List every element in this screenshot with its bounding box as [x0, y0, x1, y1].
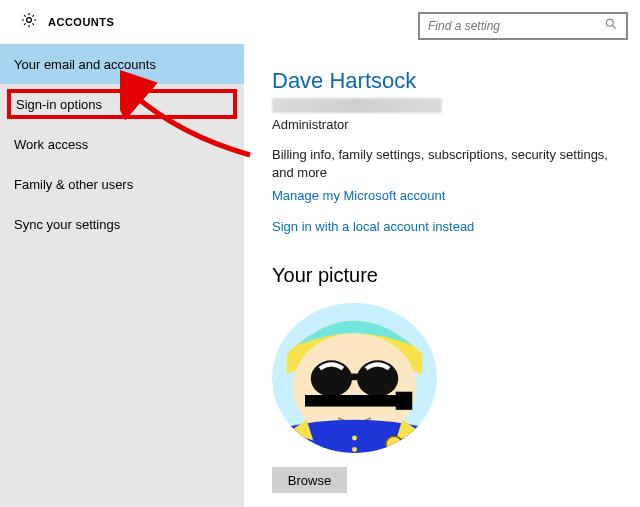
- search-input[interactable]: [428, 19, 604, 33]
- svg-point-10: [386, 436, 403, 453]
- sidebar-item-family-users[interactable]: Family & other users: [0, 164, 244, 204]
- sidebar-item-label: Sync your settings: [14, 217, 120, 232]
- sidebar-item-label: Family & other users: [14, 177, 133, 192]
- svg-line-2: [612, 25, 615, 28]
- page-title: ACCOUNTS: [48, 16, 114, 28]
- content-pane: Dave Hartsock Administrator Billing info…: [244, 44, 640, 507]
- svg-rect-8: [305, 395, 404, 407]
- sidebar-item-label: Work access: [14, 137, 88, 152]
- svg-point-0: [27, 18, 32, 23]
- svg-point-11: [352, 435, 357, 440]
- manage-account-link[interactable]: Manage my Microsoft account: [272, 188, 612, 203]
- local-account-link[interactable]: Sign in with a local account instead: [272, 219, 612, 234]
- sidebar-item-signin-options[interactable]: Sign-in options: [7, 89, 237, 119]
- sidebar-item-email-accounts[interactable]: Your email and accounts: [0, 44, 244, 84]
- svg-rect-7: [348, 373, 361, 380]
- user-role: Administrator: [272, 117, 612, 132]
- svg-point-1: [606, 19, 613, 26]
- sidebar: Your email and accounts Sign-in options …: [0, 44, 244, 507]
- avatar: [272, 303, 437, 454]
- svg-rect-9: [396, 391, 413, 409]
- search-box[interactable]: [418, 12, 628, 40]
- sidebar-item-label: Sign-in options: [16, 97, 102, 112]
- account-description: Billing info, family settings, subscript…: [272, 146, 612, 182]
- search-icon: [604, 17, 618, 35]
- user-name: Dave Hartsock: [272, 68, 612, 94]
- gear-icon: [20, 11, 38, 33]
- your-picture-heading: Your picture: [272, 264, 612, 287]
- user-email-redacted: [272, 98, 442, 113]
- browse-button[interactable]: Browse: [272, 467, 347, 493]
- sidebar-item-sync-settings[interactable]: Sync your settings: [0, 204, 244, 244]
- sidebar-item-work-access[interactable]: Work access: [0, 124, 244, 164]
- svg-point-12: [352, 447, 357, 452]
- header-left: ACCOUNTS: [20, 11, 114, 33]
- header: ACCOUNTS: [0, 0, 640, 44]
- sidebar-item-label: Your email and accounts: [14, 57, 156, 72]
